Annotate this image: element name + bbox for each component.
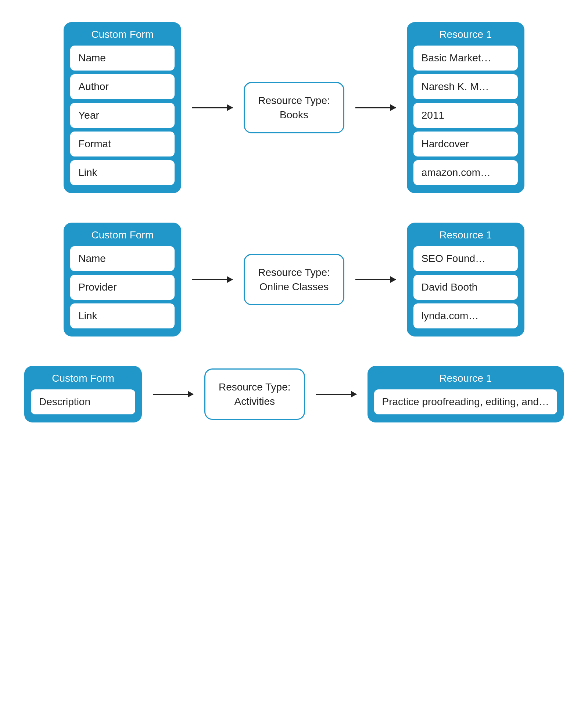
custom-form-title-online-classes: Custom Form — [70, 229, 175, 241]
resource-type-line2-activities: Activities — [234, 396, 275, 407]
diagram-row-books: Custom FormNameAuthorYearFormatLinkResou… — [15, 22, 573, 193]
custom-form-field-books-1: Author — [70, 74, 175, 99]
resource-type-line2-online-classes: Online Classes — [259, 281, 329, 292]
arrow-line2-online-classes — [355, 279, 396, 280]
custom-form-box-online-classes: Custom FormNameProviderLink — [64, 223, 181, 336]
resource-type-line2-books: Books — [280, 109, 308, 120]
custom-form-title-activities: Custom Form — [31, 373, 135, 384]
resource-title-online-classes: Resource 1 — [413, 229, 518, 241]
resource-title-activities: Resource 1 — [374, 373, 557, 384]
resource-field-books-1: Naresh K. M… — [413, 74, 518, 99]
diagram-row-activities: Custom FormDescriptionResource Type:Acti… — [15, 366, 573, 422]
resource-type-line1-books: Resource Type: — [258, 95, 330, 106]
custom-form-field-online-classes-2: Link — [70, 303, 175, 328]
resource-box-activities: Resource 1Practice proofreading, editing… — [368, 366, 564, 422]
resource-title-books: Resource 1 — [413, 29, 518, 40]
custom-form-field-books-3: Format — [70, 132, 175, 156]
resource-box-books: Resource 1Basic Market…Naresh K. M…2011H… — [407, 22, 524, 193]
arrow-line2-books — [355, 107, 396, 108]
custom-form-field-online-classes-0: Name — [70, 246, 175, 271]
custom-form-field-books-4: Link — [70, 160, 175, 185]
custom-form-field-online-classes-1: Provider — [70, 275, 175, 300]
arrow2-books — [355, 107, 396, 108]
arrow1-activities — [153, 394, 193, 395]
resource-type-box-online-classes: Resource Type:Online Classes — [244, 254, 344, 305]
custom-form-title-books: Custom Form — [70, 29, 175, 40]
custom-form-field-books-2: Year — [70, 103, 175, 128]
arrow2-activities — [316, 394, 356, 395]
resource-field-books-0: Basic Market… — [413, 46, 518, 71]
custom-form-box-activities: Custom FormDescription — [24, 366, 142, 422]
arrow1-online-classes — [192, 279, 233, 280]
arrow2-online-classes — [355, 279, 396, 280]
arrow-line1-online-classes — [192, 279, 233, 280]
arrow-line1-books — [192, 107, 233, 108]
resource-field-books-2: 2011 — [413, 103, 518, 128]
resource-field-online-classes-0: SEO Found… — [413, 246, 518, 271]
resource-field-activities-0: Practice proofreading, editing, and… — [374, 389, 557, 414]
arrow1-books — [192, 107, 233, 108]
resource-type-line1-online-classes: Resource Type: — [258, 267, 330, 278]
resource-box-online-classes: Resource 1SEO Found…David Boothlynda.com… — [407, 223, 524, 336]
arrow-line1-activities — [153, 394, 193, 395]
custom-form-field-books-0: Name — [70, 46, 175, 71]
resource-field-online-classes-1: David Booth — [413, 275, 518, 300]
resource-field-books-4: amazon.com… — [413, 160, 518, 185]
custom-form-field-activities-0: Description — [31, 389, 135, 414]
resource-type-box-activities: Resource Type:Activities — [204, 368, 305, 420]
resource-type-line1-activities: Resource Type: — [219, 381, 291, 393]
resource-type-box-books: Resource Type:Books — [244, 82, 344, 133]
diagram-row-online-classes: Custom FormNameProviderLinkResource Type… — [15, 223, 573, 336]
arrow-line2-activities — [316, 394, 356, 395]
resource-field-online-classes-2: lynda.com… — [413, 303, 518, 328]
resource-field-books-3: Hardcover — [413, 132, 518, 156]
custom-form-box-books: Custom FormNameAuthorYearFormatLink — [64, 22, 181, 193]
